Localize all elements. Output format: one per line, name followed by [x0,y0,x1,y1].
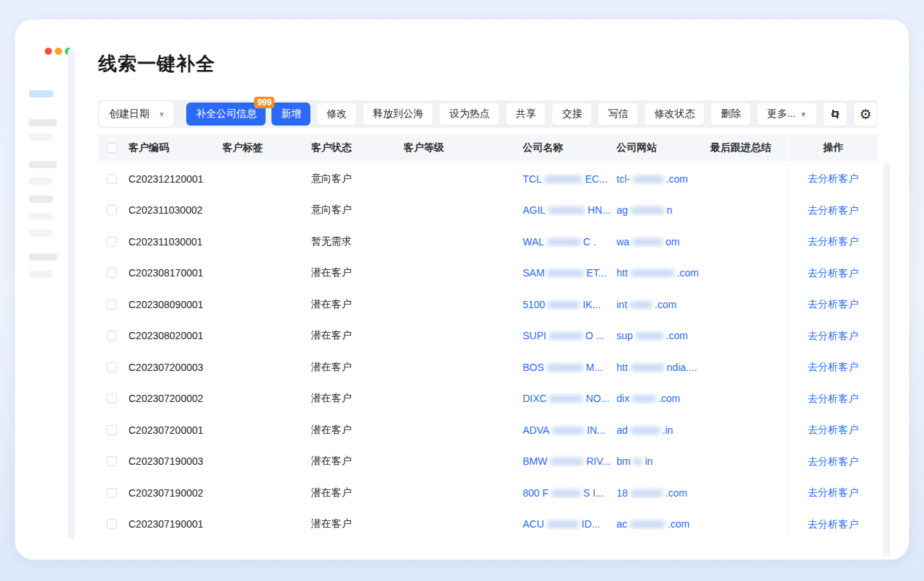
company-website-link[interactable]: ac.com [616,518,689,530]
table-row: C202307190003 潜在客户 BMWRIV... bmin 去分析客户 [98,446,878,478]
customer-status: 潜在客户 [311,361,404,374]
column-header: 客户编码 [128,141,222,154]
analyze-customer-link[interactable]: 去分析客户 [808,361,858,372]
table-row: C202311030002 意向客户 AGILHN... agn 去分析客户 [98,195,878,227]
toolbar-button[interactable]: 修改状态 [644,102,705,126]
row-checkbox[interactable] [107,174,117,184]
column-header: 公司网站 [616,141,710,154]
company-website-link[interactable]: dix.com [616,393,680,404]
row-checkbox[interactable] [107,268,117,278]
row-checkbox[interactable] [107,300,117,310]
company-website-link[interactable]: waom [616,236,679,248]
redaction-blur [550,458,583,466]
table-body: C202312120001 意向客户 TCLEC... tcl-.com 去分析… [98,163,878,540]
redaction-blur [547,269,583,277]
company-name-link[interactable]: TCLEC... [523,173,608,185]
close-window-button[interactable] [45,48,52,55]
company-name-link[interactable]: 800 FS I... [523,487,604,499]
analyze-customer-link[interactable]: 去分析客户 [808,486,858,498]
row-checkbox[interactable] [107,456,117,466]
analyze-customer-link[interactable]: 去分析客户 [808,424,858,435]
company-website-link[interactable]: bmin [616,455,653,467]
company-name-link[interactable]: BMWRIV... [523,455,611,467]
more-button[interactable]: 更多... ▼ [757,102,817,126]
company-website-link[interactable]: agn [616,204,672,216]
company-website-link[interactable]: 18.com [616,487,687,499]
chevron-down-icon: ▼ [158,110,165,118]
analyze-customer-link[interactable]: 去分析客户 [808,298,858,310]
analyze-customer-link[interactable]: 去分析客户 [808,330,858,341]
customer-code: C202312120001 [128,173,222,185]
redaction-blur [631,206,664,214]
customer-code: C202307200002 [128,393,222,404]
company-name-link[interactable]: WALC . [523,236,596,248]
toolbar-button[interactable]: 写信 [598,102,638,126]
analyze-customer-link[interactable]: 去分析客户 [808,204,858,216]
toolbar-button[interactable]: 交接 [552,102,592,126]
company-name-link[interactable]: 5100IK... [523,299,601,310]
add-button[interactable]: 新增 [271,102,310,126]
sync-button[interactable] [823,102,847,126]
date-filter-dropdown[interactable]: 创建日期 ▼ [98,100,175,128]
redaction-blur [547,238,580,246]
table-row: C202308170001 潜在客户 SAMET... htt.com 去分析客… [98,258,878,289]
table-row: C202312120001 意向客户 TCLEC... tcl-.com 去分析… [98,163,878,195]
analyze-customer-link[interactable]: 去分析客户 [808,518,858,530]
toolbar: 创建日期 ▼ 补全公司信息 999 新增 修改 释放到公海 设为热点 共享 交接… [98,100,878,128]
company-name-link[interactable]: SAMET... [523,267,606,279]
company-name-link[interactable]: AGILHN... [523,204,611,216]
sidebar-skeleton-bar-active [29,90,53,97]
column-header: 客户状态 [311,141,404,154]
redaction-blur [549,206,585,214]
customer-code: C202307200001 [128,424,222,436]
customer-code: C202307190003 [128,455,222,467]
analyze-customer-link[interactable]: 去分析客户 [808,172,858,184]
company-website-link[interactable]: tcl-.com [616,173,688,185]
row-checkbox[interactable] [107,393,117,403]
company-name-link[interactable]: ACUID... [523,518,600,530]
row-checkbox[interactable] [107,205,117,215]
company-website-link[interactable]: ad.in [616,424,673,436]
company-website-link[interactable]: int.com [616,299,676,310]
toolbar-button[interactable]: 共享 [505,102,546,126]
select-all-checkbox[interactable] [107,143,117,153]
table-row: C202307200001 潜在客户 ADVAIN... ad.in 去分析客户 [98,414,878,446]
company-website-link[interactable]: sup.com [616,330,688,341]
row-checkbox[interactable] [107,237,117,247]
redaction-blur [632,238,663,246]
analyze-customer-link[interactable]: 去分析客户 [808,393,858,404]
customer-code: C202307200003 [128,362,222,373]
minimize-window-button[interactable] [55,48,62,55]
analyze-customer-link[interactable]: 去分析客户 [808,267,858,279]
redaction-blur [631,489,663,497]
toolbar-button[interactable]: 修改 [316,102,357,126]
table-scrollbar-strip[interactable] [883,163,890,557]
row-checkbox[interactable] [107,425,117,435]
company-name-link[interactable]: ADVAIN... [523,424,606,436]
analyze-customer-link[interactable]: 去分析客户 [808,455,858,467]
toolbar-button[interactable]: 释放到公海 [362,102,433,126]
sidebar-skeleton-bar [29,253,57,261]
settings-button[interactable]: ⚙ [853,102,878,126]
redaction-blur [636,332,663,340]
toolbar-button[interactable]: 删除 [710,102,751,126]
sidebar-skeleton-bar [29,178,53,185]
row-checkbox[interactable] [107,488,117,498]
company-name-link[interactable]: SUPIO ... [523,330,604,341]
toolbar-button[interactable]: 设为热点 [439,102,500,126]
sync-icon [829,108,841,120]
analyze-customer-link[interactable]: 去分析客户 [808,235,858,247]
customer-status: 意向客户 [311,172,404,185]
sidebar-skeleton-bar [29,134,53,141]
customer-status: 潜在客户 [311,392,404,405]
row-checkbox[interactable] [107,362,117,372]
table-row: C202307190002 潜在客户 800 FS I... 18.com 去分… [98,477,878,509]
company-name-link[interactable]: BOSM... [523,362,603,373]
row-checkbox[interactable] [107,331,117,341]
company-website-link[interactable]: httndia.... [616,362,697,373]
row-checkbox[interactable] [107,519,117,529]
table-row: C202307200003 潜在客户 BOSM... httndia.... 去… [98,351,878,383]
customer-status: 潜在客户 [311,486,404,499]
company-name-link[interactable]: DIXCNO... [523,393,609,404]
company-website-link[interactable]: htt.com [616,267,699,279]
